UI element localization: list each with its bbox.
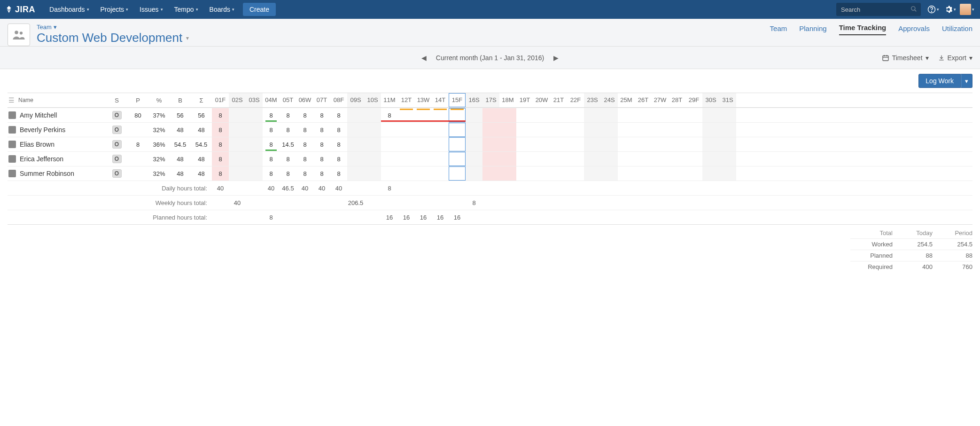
- day-cell[interactable]: 19T: [516, 93, 533, 107]
- search-input[interactable]: [836, 3, 921, 16]
- day-cell[interactable]: [398, 166, 415, 181]
- day-cell[interactable]: [567, 123, 584, 137]
- member-name[interactable]: Amy Mitchell: [20, 111, 57, 119]
- day-cell[interactable]: [635, 137, 652, 151]
- menu-icon[interactable]: ☰: [8, 96, 15, 104]
- day-cell[interactable]: [550, 123, 567, 137]
- day-cell[interactable]: [449, 108, 466, 122]
- day-cell[interactable]: [685, 137, 702, 151]
- period-label[interactable]: Current month (Jan 1 - Jan 31, 2016): [436, 54, 544, 62]
- day-cell[interactable]: 8: [212, 166, 229, 181]
- day-cell[interactable]: [415, 108, 432, 122]
- day-cell[interactable]: 21T: [550, 93, 567, 107]
- day-cell[interactable]: [618, 108, 635, 122]
- day-cell[interactable]: [584, 137, 601, 151]
- day-cell[interactable]: 8: [313, 152, 330, 166]
- day-cell[interactable]: 09S: [347, 93, 364, 107]
- day-cell[interactable]: [347, 108, 364, 122]
- day-cell[interactable]: [533, 166, 550, 181]
- day-cell[interactable]: 8: [280, 108, 296, 122]
- day-cell[interactable]: [499, 108, 516, 122]
- day-cell[interactable]: [246, 166, 263, 181]
- day-cell[interactable]: 8: [263, 152, 280, 166]
- day-cell[interactable]: [669, 152, 685, 166]
- day-cell[interactable]: [719, 123, 736, 137]
- day-cell[interactable]: [415, 152, 432, 166]
- day-cell[interactable]: [499, 166, 516, 181]
- tab-team[interactable]: Team: [770, 24, 787, 35]
- tab-approvals[interactable]: Approvals: [898, 24, 930, 35]
- day-cell[interactable]: [432, 137, 449, 151]
- day-cell[interactable]: [229, 108, 246, 122]
- member-name[interactable]: Beverly Perkins: [20, 126, 65, 134]
- log-work-dropdown[interactable]: ▾: [961, 74, 972, 88]
- create-button[interactable]: Create: [243, 3, 276, 16]
- log-work-button[interactable]: Log Work: [918, 74, 961, 88]
- day-cell[interactable]: 8: [280, 166, 296, 181]
- day-cell[interactable]: 8: [212, 152, 229, 166]
- day-cell[interactable]: 8: [313, 166, 330, 181]
- day-cell[interactable]: [584, 123, 601, 137]
- day-cell[interactable]: [347, 152, 364, 166]
- day-cell[interactable]: [685, 166, 702, 181]
- day-cell[interactable]: [601, 108, 618, 122]
- day-cell[interactable]: 8: [263, 108, 280, 122]
- page-title[interactable]: Custom Web Development ▾: [37, 31, 189, 45]
- day-cell[interactable]: [601, 123, 618, 137]
- day-cell[interactable]: 05T: [280, 93, 296, 107]
- day-cell[interactable]: 15F: [449, 93, 466, 107]
- day-cell[interactable]: [601, 152, 618, 166]
- day-cell[interactable]: [516, 152, 533, 166]
- day-cell[interactable]: [669, 123, 685, 137]
- day-cell[interactable]: 16S: [466, 93, 482, 107]
- day-cell[interactable]: [550, 108, 567, 122]
- day-cell[interactable]: [567, 152, 584, 166]
- day-cell[interactable]: [246, 108, 263, 122]
- day-cell[interactable]: [499, 137, 516, 151]
- period-next-icon[interactable]: ▶: [553, 54, 559, 62]
- day-cell[interactable]: [719, 108, 736, 122]
- day-cell[interactable]: [482, 108, 499, 122]
- day-cell[interactable]: [702, 166, 719, 181]
- day-cell[interactable]: [381, 123, 398, 137]
- day-cell[interactable]: [550, 152, 567, 166]
- day-cell[interactable]: 27W: [652, 93, 669, 107]
- day-cell[interactable]: [415, 123, 432, 137]
- day-cell[interactable]: [347, 123, 364, 137]
- day-cell[interactable]: [652, 152, 669, 166]
- day-cell[interactable]: [364, 166, 381, 181]
- day-cell[interactable]: 26T: [635, 93, 652, 107]
- nav-item-tempo[interactable]: Tempo ▾: [169, 0, 204, 19]
- day-cell[interactable]: 8: [296, 137, 313, 151]
- day-cell[interactable]: [685, 108, 702, 122]
- day-cell[interactable]: 11M: [381, 93, 398, 107]
- day-cell[interactable]: [229, 137, 246, 151]
- day-cell[interactable]: [347, 166, 364, 181]
- user-avatar[interactable]: ▾: [958, 0, 975, 19]
- day-cell[interactable]: [533, 137, 550, 151]
- day-cell[interactable]: [398, 123, 415, 137]
- day-cell[interactable]: [669, 137, 685, 151]
- day-cell[interactable]: 8: [313, 108, 330, 122]
- day-cell[interactable]: [702, 123, 719, 137]
- day-cell[interactable]: [550, 137, 567, 151]
- day-cell[interactable]: 8: [263, 123, 280, 137]
- day-cell[interactable]: [516, 166, 533, 181]
- day-cell[interactable]: [449, 123, 466, 137]
- day-cell[interactable]: [669, 166, 685, 181]
- day-cell[interactable]: 8: [296, 123, 313, 137]
- day-cell[interactable]: 8: [330, 123, 347, 137]
- day-cell[interactable]: [533, 108, 550, 122]
- day-cell[interactable]: [347, 137, 364, 151]
- day-cell[interactable]: [398, 108, 415, 122]
- day-cell[interactable]: 02S: [229, 93, 246, 107]
- day-cell[interactable]: [584, 108, 601, 122]
- day-cell[interactable]: [449, 137, 466, 151]
- day-cell[interactable]: [449, 152, 466, 166]
- day-cell[interactable]: [449, 166, 466, 181]
- export-dropdown[interactable]: Export ▾: [938, 54, 972, 62]
- day-cell[interactable]: [567, 137, 584, 151]
- day-cell[interactable]: 18M: [499, 93, 516, 107]
- nav-item-boards[interactable]: Boards ▾: [204, 0, 240, 19]
- status-badge[interactable]: O: [112, 140, 122, 149]
